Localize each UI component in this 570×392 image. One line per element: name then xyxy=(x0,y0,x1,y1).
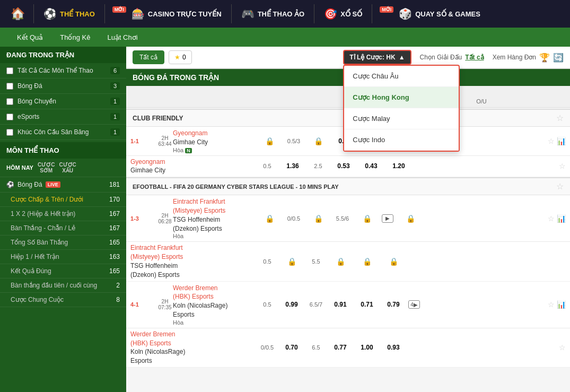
ef-team1-werder[interactable]: Werder Bremen(HBK) Esports xyxy=(173,284,258,302)
sub-v2[interactable]: 0.53 xyxy=(332,161,355,171)
sub-row-star[interactable]: ☆ xyxy=(559,162,566,170)
ef-sub-t1[interactable]: Eintracht Frankfurt(Mistyeye) Esports xyxy=(130,243,258,262)
nav-the-thao[interactable]: ⚽ THỂ THAO xyxy=(36,3,102,24)
ef-v-2b[interactable]: 0.91 xyxy=(329,300,352,309)
refresh-icon[interactable]: 🔄 xyxy=(553,53,564,63)
second-nav-ket-qua[interactable]: Kết Quả xyxy=(8,29,51,46)
ef-v-2c[interactable]: 0.71 xyxy=(355,300,379,309)
ef-sub-h1: 0.5 xyxy=(258,258,277,265)
checkbox-bong-da[interactable] xyxy=(6,83,13,90)
ef-sub2-t2[interactable]: Koln (NicolasRage)Esports xyxy=(130,347,258,365)
efootball-star[interactable]: ☆ xyxy=(556,181,564,191)
odds-dropdown-btn[interactable]: Tỉ Lệ Cược: HK ▲ xyxy=(343,50,411,65)
sidebar-item-khuc-con-cau[interactable]: Khúc Côn Cầu Sân Băng 1 xyxy=(0,125,126,140)
ef-star-1[interactable]: ☆ xyxy=(548,214,555,223)
sub-v3[interactable]: 0.43 xyxy=(359,161,383,171)
sidebar-item-all[interactable]: Tất Cả Các Môn Thể Thao 6 xyxy=(0,63,126,79)
live-badge: LIVE xyxy=(46,181,60,188)
cuoc-xau-label[interactable]: CƯỢCXẤU xyxy=(59,162,76,173)
sidebar-bong-chuyen-count: 1 xyxy=(110,98,120,105)
draw-1: Hòa N xyxy=(173,147,258,153)
nav-divider-2 xyxy=(104,4,105,23)
ef-sub2-v3[interactable]: 1.00 xyxy=(355,343,379,352)
odds-indo[interactable]: Cược Indo xyxy=(344,129,459,151)
sidebar-sub-1x2[interactable]: 1 X 2 (Hiệp & Hết trận) 167 xyxy=(0,207,126,221)
team2-gimhae[interactable]: Gimhae City xyxy=(173,138,258,147)
sidebar-sub-hiep1[interactable]: Hiệp 1 / Hết Trận 163 xyxy=(0,250,126,264)
checkbox-bong-chuyen[interactable] xyxy=(6,98,13,105)
sub-team2-gimhae[interactable]: Gimhae City xyxy=(130,166,258,175)
ef-sub2-t1[interactable]: Werder Bremen(HBK) Esports xyxy=(130,330,258,348)
sub-v1[interactable]: 1.36 xyxy=(281,161,304,171)
ef-match-2: 4-1 2H07:35 Werder Bremen(HBK) Esports K… xyxy=(126,282,570,328)
row-star-1[interactable]: ☆ xyxy=(548,137,555,145)
match-teams-1: Gyeongnam Gimhae City Hòa N xyxy=(173,129,258,153)
nav-the-thao-ao[interactable]: 🎮 THỂ THAO ẢO xyxy=(234,3,312,24)
club-friendly-star[interactable]: ☆ xyxy=(556,113,564,123)
live-stream-icon-2[interactable]: 4▶ xyxy=(408,300,420,309)
match-period-1: 2H63:44 xyxy=(157,135,173,147)
second-nav-luat-choi[interactable]: Luật Chơi xyxy=(99,29,146,46)
ef-period-2: 2H07:35 xyxy=(157,299,173,310)
sidebar-sub-tong-so[interactable]: Tổng Số Bàn Thắng 165 xyxy=(0,236,126,250)
checkbox-khuc-con-cau[interactable] xyxy=(6,129,13,136)
star-filter[interactable]: ★ 0 xyxy=(169,50,192,64)
ef-period-1: 2H06:28 xyxy=(157,213,173,224)
sub-team1-gyeongnam[interactable]: Gyeongnam xyxy=(130,158,258,167)
row-chart-1[interactable]: 📊 xyxy=(557,137,566,145)
ef-chart-2[interactable]: 📊 xyxy=(557,300,566,309)
ef-team2-koln[interactable]: Koln (NicolasRage)Esports xyxy=(173,301,258,319)
home-icon[interactable]: 🏠 xyxy=(4,3,31,25)
1x2-label: 1 X 2 (Hiệp & Hết trận) xyxy=(11,210,75,217)
ef-sub2-v1[interactable]: 0.70 xyxy=(280,343,303,352)
sidebar-sub-ket-qua[interactable]: Kết Quả Đúng 165 xyxy=(0,264,126,278)
nav-quay-so[interactable]: MỚI 🎲 QUAY SỐ & GAMES xyxy=(374,3,488,24)
odds-malay[interactable]: Cược Malay xyxy=(344,108,459,129)
ef-sub-row-1: Eintracht Frankfurt(Mistyeye) Esports TS… xyxy=(126,242,570,281)
sidebar-item-bong-da[interactable]: Bóng Đá 3 xyxy=(0,79,126,94)
sidebar-sub-cuoc-chung[interactable]: Cược Chung Cuộc 8 xyxy=(0,293,126,307)
ef-star-2[interactable]: ☆ xyxy=(548,300,555,309)
odds-hong-kong[interactable]: Cược Hong Kong xyxy=(344,87,459,108)
team1-gyeongnam[interactable]: Gyeongnam xyxy=(173,129,258,138)
1x2-count: 167 xyxy=(109,210,120,217)
ef-team2-hoffenheim[interactable]: TSG Hoffenheim(Dzekon) Esports xyxy=(173,215,258,233)
sidebar-item-bong-chuyen[interactable]: Bóng Chuyền 1 xyxy=(0,94,126,109)
cuoc-som-label[interactable]: CƯỢCSỚM xyxy=(38,162,55,173)
ef-chart-1[interactable]: 📊 xyxy=(557,214,566,223)
ef-v-2d[interactable]: 0.79 xyxy=(382,300,405,309)
ef-ou-1: 5.5/6 xyxy=(333,215,352,222)
ef-sub-t2[interactable]: TSG Hoffenheim(Dzekon) Esports xyxy=(130,262,258,280)
chevron-up-icon: ▲ xyxy=(399,54,405,61)
live-stream-icon-1[interactable]: ▶ xyxy=(382,214,393,223)
tat-ca-link[interactable]: Tất cả xyxy=(465,54,484,61)
ou2-header: O/U xyxy=(476,98,487,105)
sidebar-sub-ban-thang-dau[interactable]: Bàn thắng đầu tiên / cuối cùng 2 xyxy=(0,278,126,293)
ef-sub2-star[interactable]: ☆ xyxy=(559,343,566,352)
second-nav-thong-ke[interactable]: Thống Kê xyxy=(51,29,99,46)
odds-chau-au[interactable]: Cược Châu Âu xyxy=(344,66,459,87)
ef-team1-frankfurt[interactable]: Eintracht Frankfurt(Mistyeye) Esports xyxy=(173,197,258,215)
ef-sub2-v4[interactable]: 0.93 xyxy=(382,343,405,352)
chon-giai-dau: Chọn Giải Đấu Tất cả xyxy=(420,54,484,61)
checkbox-all[interactable] xyxy=(6,67,13,74)
nav-divider xyxy=(33,4,34,23)
sub-v4[interactable]: 1.20 xyxy=(387,161,410,171)
checkbox-esports[interactable] xyxy=(6,114,13,120)
ef-v-2a[interactable]: 0.99 xyxy=(280,300,303,309)
ef-sub-lock4: 🔒 xyxy=(382,257,405,266)
ef-sub2-ou1: 6.5 xyxy=(306,344,326,351)
sidebar-item-esports[interactable]: eSports 1 xyxy=(0,109,126,125)
sidebar-sub-ban-thang[interactable]: Bàn Thắng - Chẵn / Lẻ 167 xyxy=(0,221,126,236)
nav-xo-so[interactable]: 🎯 XỔ SỐ xyxy=(317,3,370,24)
sidebar-sub-cuoc-chap[interactable]: Cược Chấp & Trên / Dưới 170 xyxy=(0,193,126,207)
tong-so-label: Tổng Số Bàn Thắng xyxy=(11,239,68,246)
sidebar-sport-bong-da[interactable]: ⚽ Bóng Đá LIVE 181 xyxy=(0,177,126,193)
dang-trong-tran-title: ĐANG TRONG TRẬN xyxy=(0,47,126,63)
nav-casino[interactable]: MỚI 🎰 CASINO TRỰC TUYẾN xyxy=(107,3,229,24)
ef-sub2-v2[interactable]: 0.77 xyxy=(329,343,352,352)
filter-all-btn[interactable]: Tất cả xyxy=(133,50,164,64)
hom-nay-row: HÔM NAY CƯỢCSỚM CƯỢCXẤU xyxy=(0,159,126,177)
xo-so-icon: 🎯 xyxy=(324,7,337,20)
xem-hang-don-label: Xem Hàng Đơn xyxy=(493,54,536,61)
